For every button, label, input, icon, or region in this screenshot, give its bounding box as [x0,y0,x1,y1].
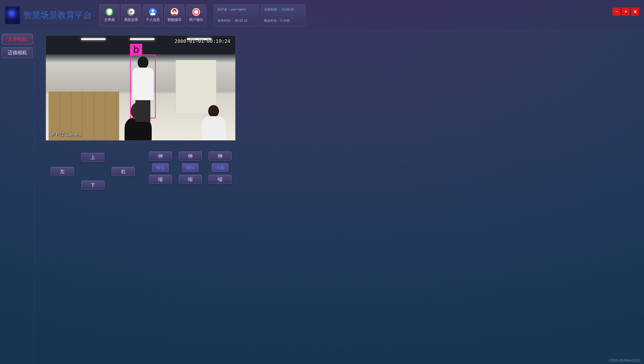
nav-settings-button[interactable]: 系统设置 [121,4,141,26]
nav-label: 系统设置 [124,17,138,22]
nav-tutor-button[interactable]: 智能辅导 [164,4,185,26]
current-time-row: 当前时间： 13:36:02 [264,7,302,12]
current-time-label: 当前时间： [264,8,280,11]
lens-label: 镜头 [152,163,169,172]
username-row: 用户名：user name [217,7,255,12]
minimize-button[interactable]: − [613,8,621,16]
info-panels: 用户名：user name 登录时间： 08:32:18 当前时间： 13:36… [214,4,306,26]
header: 智慧场景教育平台 主界面 系统设置 个人信息 [0,0,644,30]
current-time-value: 13:36:02 [281,8,294,11]
nav-logout-button[interactable]: 用户退出 [186,4,206,26]
nav-buttons: 主界面 系统设置 个人信息 智能辅导 [99,4,206,26]
nav-label: 主界面 [104,17,115,22]
login-time-label: 登录时间： [217,19,234,23]
login-time-row: 登录时间： 08:32:18 [217,18,255,23]
camera-tab-maide[interactable]: 迈德相机 [2,47,33,58]
svg-point-0 [151,9,154,12]
logo-image [5,6,20,24]
camera-tab-dahua[interactable]: 大华相机 [2,34,33,45]
detection-label: b [130,44,142,56]
ptz-group-focus: 伸 调焦 缩 [179,151,202,184]
iris-label: 光圈 [212,163,229,172]
ptz-group-lens: 伸 镜头 缩 [149,151,172,184]
ptz-right-button[interactable]: 右 [112,167,135,176]
focus-shrink-button[interactable]: 缩 [179,175,202,184]
svg-point-1 [173,10,176,13]
ptz-up-button[interactable]: 上 [81,153,104,162]
avatar-icon [171,8,178,16]
maximize-button[interactable]: + [622,8,630,16]
app-root: 智慧场景教育平台 主界面 系统设置 个人信息 [0,0,644,364]
ptz-controls: 上 左 右 下 伸 镜头 缩 伸 调焦 缩 [50,151,232,192]
ptz-zoom-groups: 伸 镜头 缩 伸 调焦 缩 伸 光圈 缩 [149,151,232,184]
logo-block: 智慧场景教育平台 [5,6,92,24]
nav-profile-button[interactable]: 个人信息 [143,4,163,26]
app-title: 智慧场景教育平台 [23,10,92,21]
remaining-value: 0 分钟 [280,19,290,23]
main-content: b 2000-01-01 00:19:24 IP PTZ Camera 上 左 … [35,30,644,364]
lens-shrink-button[interactable]: 缩 [149,175,172,184]
power-icon [192,8,200,16]
remaining-label: 剩余时长： [264,19,280,23]
focus-extend-button[interactable]: 伸 [179,151,202,161]
nav-label: 个人信息 [146,17,160,22]
nav-label: 智能辅导 [167,17,182,22]
iris-shrink-button[interactable]: 缩 [208,175,232,184]
username-value: user name [230,8,246,11]
login-time-value: 08:32:18 [234,19,247,23]
gear-icon [127,8,135,16]
close-button[interactable]: ✕ [631,8,639,16]
svg-point-2 [194,9,199,14]
nav-label: 用户退出 [189,17,203,22]
shield-icon [106,8,113,16]
ptz-direction-pad: 上 左 右 下 [50,151,135,192]
detection-box [130,55,156,118]
window-controls: − + ✕ [613,8,639,16]
sidebar: 大华相机 迈德相机 [0,30,35,364]
video-timestamp: 2000-01-01 00:19:24 [175,38,230,44]
video-camera-name: IP PTZ Camera [51,132,81,137]
ptz-down-button[interactable]: 下 [81,181,104,190]
watermark: CSDN @chilian12321 [609,359,641,362]
iris-extend-button[interactable]: 伸 [208,151,232,161]
username-label: 用户名： [217,8,230,11]
lens-extend-button[interactable]: 伸 [149,151,172,161]
ptz-group-iris: 伸 光圈 缩 [208,151,232,184]
info-panel-user: 用户名：user name 登录时间： 08:32:18 [214,4,259,26]
ptz-left-button[interactable]: 左 [51,167,74,176]
info-panel-time: 当前时间： 13:36:02 剩余时长：0 分钟 [261,4,306,26]
nav-home-button[interactable]: 主界面 [99,4,119,26]
video-feed[interactable]: b 2000-01-01 00:19:24 IP PTZ Camera [46,35,236,141]
body: 大华相机 迈德相机 b 2000-01-01 00:19:24 [0,30,644,364]
focus-label: 调焦 [182,163,199,172]
remaining-row: 剩余时长：0 分钟 [264,18,302,23]
person-icon [149,8,157,16]
